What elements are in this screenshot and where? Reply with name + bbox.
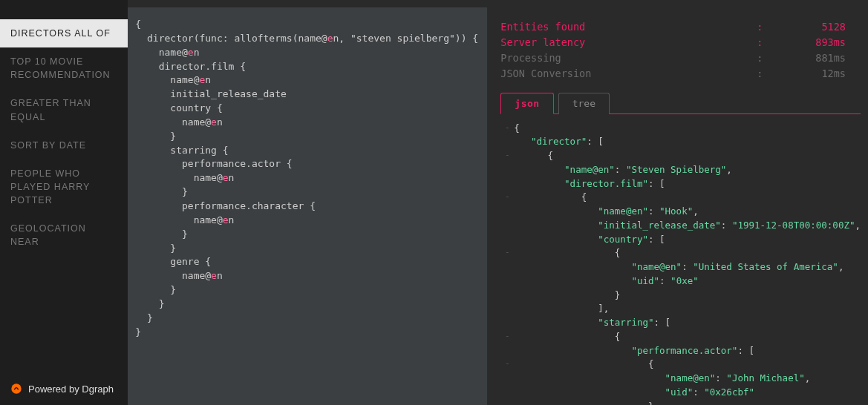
sidebar-list: DIRECTORS ALL OFTOP 10 MOVIE RECOMMENDAT… [0,0,128,372]
json-code: ], [514,302,861,316]
json-line: "starring": [ [500,316,861,330]
json-code: "name@en": "Hook", [514,205,861,219]
fold-gutter[interactable]: - [500,358,514,372]
json-code: "name@en": "United States of America", [514,260,861,274]
json-line: "uid": "0xe" [500,274,861,289]
stat-value: 893ms [766,35,861,50]
json-line: "name@en": "Steven Spielberg", [500,163,861,177]
fold-gutter [500,233,514,247]
stat-label: JSON Conversion [500,66,753,82]
fold-gutter [500,302,514,316]
json-line: - { [500,358,861,372]
powered-by-label: Powered by Dgraph [28,383,114,395]
fold-gutter[interactable]: - [500,191,514,205]
fold-gutter [500,386,514,400]
json-output[interactable]: -{ "director": [- { "name@en": "Steven S… [500,122,861,405]
json-line: } [500,400,861,405]
json-code: { [514,149,861,163]
json-code: "uid": "0x26cbf" [514,386,861,400]
json-code: { [514,122,861,136]
sidebar-item[interactable]: PEOPLE WHO PLAYED HARRY POTTER [0,159,128,214]
tab-json[interactable]: json [500,93,553,114]
sidebar-item[interactable]: GEOLOCATION NEAR [0,214,128,256]
json-line: "initial_release_date": "1991-12-08T00:0… [500,219,861,233]
sidebar-item[interactable]: DIRECTORS ALL OF [0,19,128,47]
stat-colon: : [753,50,766,66]
json-line: ], [500,302,861,316]
fold-gutter [500,260,514,274]
fold-gutter [500,372,514,386]
stat-label: Server latency [500,35,753,50]
json-line: "director.film": [ [500,177,861,191]
json-code: } [514,289,861,303]
powered-by: Powered by Dgraph [0,372,128,405]
stat-row: JSON Conversion:12ms [500,66,861,82]
json-line: "name@en": "United States of America", [500,260,861,274]
stat-row: Entities found:5128 [500,19,861,35]
fold-gutter [500,205,514,219]
json-code: "name@en": "Steven Spielberg", [514,163,861,177]
query-editor[interactable]: { director(func: allofterms(name@en, "st… [128,0,487,405]
json-code: "name@en": "John Michael", [514,372,861,386]
json-line: "name@en": "Hook", [500,205,861,219]
json-code: { [514,330,861,344]
json-code: "director": [ [514,135,861,149]
stat-value: 5128 [766,19,861,35]
fold-gutter[interactable]: - [500,122,514,136]
app-root: DIRECTORS ALL OFTOP 10 MOVIE RECOMMENDAT… [0,0,868,405]
json-line: } [500,289,861,303]
fold-gutter[interactable]: - [500,246,514,260]
stat-row: Processing:881ms [500,50,861,66]
sidebar-item[interactable]: GREATER THAN EQUAL [0,89,128,131]
sidebar: DIRECTORS ALL OFTOP 10 MOVIE RECOMMENDAT… [0,0,128,405]
stat-row: Server latency:893ms [500,35,861,50]
json-line: "country": [ [500,233,861,247]
stat-colon: : [753,66,766,82]
fold-gutter [500,219,514,233]
dgraph-icon [10,383,22,395]
result-tabs: jsontree [500,92,861,114]
json-code: "country": [ [514,233,861,247]
fold-gutter [500,400,514,405]
json-code: "starring": [ [514,316,861,330]
json-code: { [514,191,861,205]
stat-value: 12ms [766,66,861,82]
fold-gutter[interactable]: - [500,330,514,344]
json-line: "uid": "0x26cbf" [500,386,861,400]
fold-gutter [500,289,514,303]
json-line: "name@en": "John Michael", [500,372,861,386]
json-line: - { [500,191,861,205]
tab-tree[interactable]: tree [558,93,610,114]
json-code: "performance.actor": [ [514,344,861,358]
json-line: "performance.actor": [ [500,344,861,358]
fold-gutter [500,163,514,177]
sidebar-item[interactable]: TOP 10 MOVIE RECOMMENDATION [0,47,128,89]
json-code: "initial_release_date": "1991-12-08T00:0… [514,219,861,233]
stat-label: Entities found [500,19,753,35]
json-line: "director": [ [500,135,861,149]
fold-gutter [500,344,514,358]
fold-gutter[interactable]: - [500,149,514,163]
fold-gutter [500,177,514,191]
json-code: { [514,246,861,260]
json-line: - { [500,149,861,163]
json-code: "director.film": [ [514,177,861,191]
stat-label: Processing [500,50,753,66]
json-line: - { [500,246,861,260]
json-line: -{ [500,122,861,136]
json-line: - { [500,330,861,344]
svg-point-0 [11,383,21,393]
stats-block: Entities found:5128Server latency:893msP… [500,19,861,82]
results-panel: Entities found:5128Server latency:893msP… [487,0,868,405]
stat-colon: : [753,19,766,35]
fold-gutter [500,135,514,149]
json-code: } [514,400,861,405]
stat-value: 881ms [766,50,861,66]
json-code: "uid": "0xe" [514,274,861,289]
fold-gutter [500,274,514,289]
json-code: { [514,358,861,372]
sidebar-item[interactable]: SORT BY DATE [0,131,128,159]
fold-gutter [500,316,514,330]
stat-colon: : [753,35,766,50]
